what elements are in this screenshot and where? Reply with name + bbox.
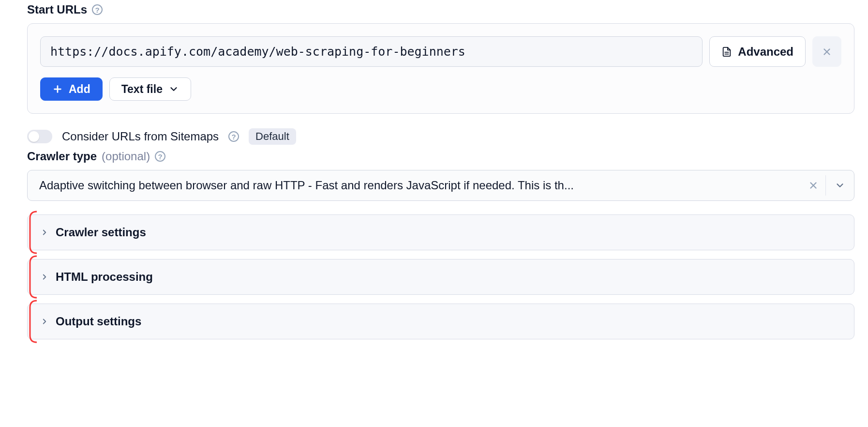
text-file-button[interactable]: Text file [109, 77, 191, 101]
accordion-output-settings[interactable]: Output settings [27, 304, 854, 339]
add-url-label: Add [69, 83, 90, 96]
accordion-title: Crawler settings [56, 226, 146, 239]
help-icon[interactable]: ? [92, 4, 103, 15]
crawler-type-label: Crawler type [27, 150, 97, 163]
accordion-title: Output settings [56, 315, 141, 328]
chevron-down-icon [835, 180, 845, 191]
help-icon[interactable]: ? [228, 131, 239, 142]
clear-select-button[interactable] [801, 180, 825, 191]
crawler-type-label-row: Crawler type (optional) ? [27, 150, 854, 163]
default-badge: Default [249, 128, 296, 145]
text-file-label: Text file [121, 83, 163, 96]
chevron-right-icon [40, 317, 49, 326]
accordion-title: HTML processing [56, 270, 153, 284]
accordion-crawler-settings[interactable]: Crawler settings [27, 214, 854, 250]
chevron-down-icon [168, 84, 179, 94]
start-urls-panel: Advanced Add [27, 23, 854, 114]
select-chevron[interactable] [825, 175, 854, 196]
sitemaps-row: Consider URLs from Sitemaps ? Default [27, 128, 854, 145]
close-icon [808, 180, 819, 191]
help-icon[interactable]: ? [155, 151, 165, 162]
start-urls-label: Start URLs [27, 3, 87, 16]
crawler-type-select[interactable]: Adaptive switching between browser and r… [27, 170, 854, 201]
optional-label: (optional) [102, 150, 150, 163]
close-icon [822, 46, 832, 57]
advanced-button[interactable]: Advanced [709, 36, 806, 67]
remove-url-button[interactable] [812, 36, 841, 67]
start-urls-label-row: Start URLs ? [27, 3, 854, 16]
advanced-button-label: Advanced [738, 45, 793, 59]
url-input[interactable] [40, 36, 703, 67]
chevron-right-icon [40, 228, 49, 237]
url-row: Advanced [40, 36, 841, 67]
sitemaps-toggle[interactable] [27, 130, 52, 143]
url-actions: Add Text file [40, 77, 841, 101]
plus-icon [52, 84, 63, 94]
crawler-type-value: Adaptive switching between browser and r… [39, 178, 801, 193]
add-url-button[interactable]: Add [40, 77, 103, 101]
chevron-right-icon [40, 273, 49, 281]
document-icon [721, 46, 732, 57]
sitemaps-label: Consider URLs from Sitemaps [62, 130, 219, 143]
accordion-html-processing[interactable]: HTML processing [27, 259, 854, 295]
